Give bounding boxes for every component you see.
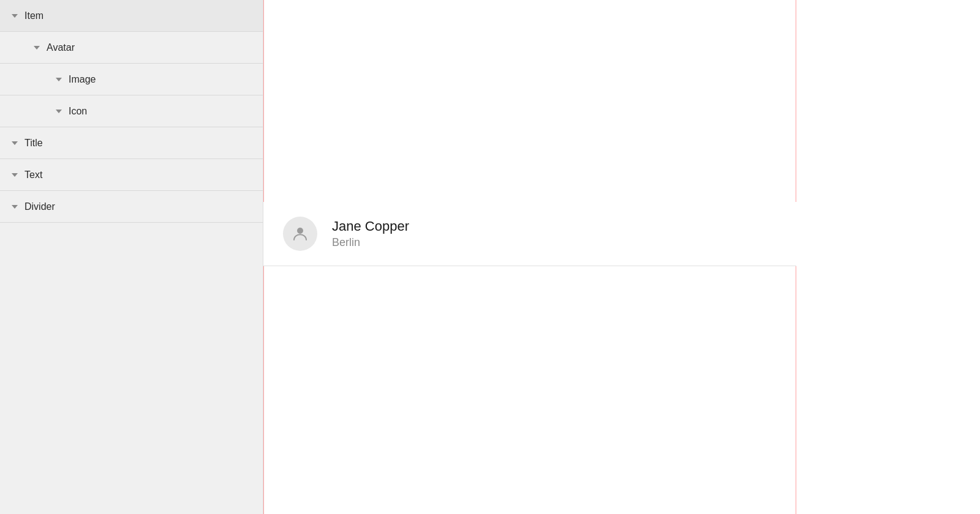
left-panel: ItemAvatarImageIconTitleTextDivider: [0, 0, 263, 514]
tree-item-icon[interactable]: Icon: [0, 95, 263, 127]
tree-label-icon: Icon: [69, 106, 87, 117]
preview-area: Jane Copper Berlin: [263, 0, 980, 514]
tree-label-image: Image: [69, 74, 96, 85]
chevron-text-icon: [10, 170, 20, 180]
tree-label-divider: Divider: [24, 201, 55, 212]
tree-label-title: Title: [24, 138, 43, 149]
chevron-icon-icon: [54, 106, 64, 116]
tree-label-avatar: Avatar: [47, 42, 75, 53]
person-icon: [291, 225, 309, 243]
chevron-avatar-icon: [32, 43, 42, 53]
tree-item-image[interactable]: Image: [0, 64, 263, 95]
person-info: Jane Copper Berlin: [332, 218, 409, 250]
tree-item-item[interactable]: Item: [0, 0, 263, 32]
person-name: Jane Copper: [332, 218, 409, 236]
svg-point-0: [297, 228, 303, 234]
tree-label-item: Item: [24, 10, 43, 21]
avatar: [283, 217, 317, 251]
tree-label-text: Text: [24, 169, 42, 181]
chevron-divider-icon: [10, 202, 20, 212]
right-panel: Jane Copper Berlin: [263, 0, 980, 514]
list-item-card: Jane Copper Berlin: [263, 202, 796, 266]
chevron-title-icon: [10, 138, 20, 148]
person-location: Berlin: [332, 236, 409, 250]
tree-item-divider[interactable]: Divider: [0, 191, 263, 223]
chevron-item-icon: [10, 11, 20, 21]
tree-item-avatar[interactable]: Avatar: [0, 32, 263, 64]
chevron-image-icon: [54, 75, 64, 84]
tree-item-title[interactable]: Title: [0, 127, 263, 159]
tree-item-text[interactable]: Text: [0, 159, 263, 191]
